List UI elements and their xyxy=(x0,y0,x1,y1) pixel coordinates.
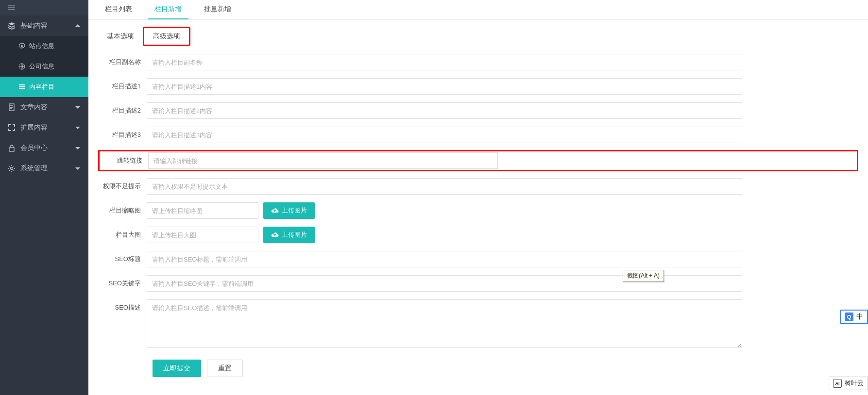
btn-upload-thumb[interactable]: 上传图片 xyxy=(263,202,315,219)
sidebar-item-company-info[interactable]: 公司信息 xyxy=(0,56,88,77)
input-noauth[interactable] xyxy=(147,178,742,195)
screenshot-tooltip: 截图(Alt + A) xyxy=(623,270,664,282)
document-icon xyxy=(8,103,16,111)
sidebar-label: 扩展内容 xyxy=(20,123,75,132)
label-bigimg: 栏目大图 xyxy=(98,230,147,239)
tabs-sub: 基本选项 高级选项 xyxy=(88,20,868,51)
globe-icon xyxy=(18,63,25,70)
ime-indicator[interactable]: Q 中 xyxy=(840,310,868,324)
row-desc1: 栏目描述1 xyxy=(98,78,858,95)
tab-category-add[interactable]: 栏目新增 xyxy=(148,0,188,19)
sidebar-label: 文章内容 xyxy=(20,103,75,112)
chevron-down-icon xyxy=(75,165,81,171)
sidebar-item-site-info[interactable]: 站点信息 xyxy=(0,36,88,56)
row-seo-title: SEO标题 xyxy=(98,251,858,267)
ime-icon: Q xyxy=(845,313,853,321)
input-bigimg[interactable] xyxy=(147,227,258,243)
sidebar-item-system-manage[interactable]: 系统管理 xyxy=(0,158,88,179)
svg-point-3 xyxy=(21,45,23,47)
sidebar-sub-basic: 站点信息 公司信息 内容栏目 xyxy=(0,36,88,97)
btn-reset[interactable]: 重置 xyxy=(207,360,243,377)
sidebar-label: 基础内容 xyxy=(20,21,75,30)
lock-icon xyxy=(8,144,16,152)
btn-upload-label: 上传图片 xyxy=(282,206,307,215)
sidebar-item-extend-content[interactable]: 扩展内容 xyxy=(0,117,88,138)
textarea-seo-desc[interactable] xyxy=(147,299,742,348)
label-thumb: 栏目缩略图 xyxy=(98,206,147,215)
btn-upload-label: 上传图片 xyxy=(282,230,307,239)
layers-icon xyxy=(8,22,16,30)
list-icon xyxy=(18,83,25,90)
svg-rect-2 xyxy=(8,9,15,10)
label-seo-title: SEO标题 xyxy=(98,255,147,263)
svg-rect-6 xyxy=(19,86,25,87)
svg-rect-7 xyxy=(19,88,25,89)
sidebar-sub-label: 内容栏目 xyxy=(29,82,54,91)
sidebar-item-basic-content[interactable]: 基础内容 xyxy=(0,16,88,36)
sidebar-label: 系统管理 xyxy=(20,164,75,173)
sidebar-item-top[interactable] xyxy=(0,0,88,16)
input-desc1[interactable] xyxy=(147,78,742,95)
tab-basic-options[interactable]: 基本选项 xyxy=(98,28,143,45)
row-noauth: 权限不足提示 xyxy=(98,178,858,195)
input-desc3[interactable] xyxy=(147,127,742,143)
label-desc3: 栏目描述3 xyxy=(98,131,147,139)
btn-submit[interactable]: 立即提交 xyxy=(153,360,201,377)
brand-widget[interactable]: AI 树叶云 xyxy=(829,377,868,390)
chevron-down-icon xyxy=(75,104,81,110)
svg-point-10 xyxy=(11,167,13,170)
input-thumb[interactable] xyxy=(147,202,258,219)
tabs-top: 栏目列表 栏目新增 批量新增 xyxy=(88,0,868,20)
row-desc2: 栏目描述2 xyxy=(98,102,858,119)
input-subtitle[interactable] xyxy=(147,54,742,70)
label-seo-desc: SEO描述 xyxy=(98,299,147,312)
sidebar-item-member-center[interactable]: 会员中心 xyxy=(0,138,88,158)
label-subtitle: 栏目副名称 xyxy=(98,58,147,66)
row-desc3: 栏目描述3 xyxy=(98,127,858,143)
main-content: 栏目列表 栏目新增 批量新增 基本选项 高级选项 栏目副名称 栏目描述1 栏目描… xyxy=(88,0,868,395)
sidebar-item-article-content[interactable]: 文章内容 xyxy=(0,97,88,117)
input-desc2[interactable] xyxy=(147,102,742,119)
label-desc1: 栏目描述1 xyxy=(98,82,147,91)
label-jump: 跳转链接 xyxy=(100,156,148,165)
brand-label: 树叶云 xyxy=(845,379,864,388)
ime-label: 中 xyxy=(856,313,863,321)
row-thumb: 栏目缩略图 上传图片 xyxy=(98,202,858,219)
row-seo-keyword: SEO关键字 xyxy=(98,275,858,292)
svg-rect-0 xyxy=(8,5,15,6)
form-actions: 立即提交 重置 xyxy=(153,360,858,377)
row-jump-link: 跳转链接 xyxy=(98,150,858,171)
menu-icon xyxy=(8,4,16,12)
svg-rect-1 xyxy=(8,7,15,8)
ai-icon: AI xyxy=(833,379,842,388)
sidebar-sub-label: 站点信息 xyxy=(29,42,54,50)
svg-rect-9 xyxy=(9,148,14,151)
expand-icon xyxy=(8,124,16,132)
cloud-upload-icon xyxy=(271,231,279,238)
input-seo-title[interactable] xyxy=(147,251,742,267)
btn-upload-bigimg[interactable]: 上传图片 xyxy=(263,227,315,243)
form: 栏目副名称 栏目描述1 栏目描述2 栏目描述3 跳转链接 权限不足提示 xyxy=(88,51,868,387)
chevron-up-icon xyxy=(75,23,81,29)
row-seo-desc: SEO描述 xyxy=(98,299,858,348)
sidebar-label: 会员中心 xyxy=(20,144,75,152)
gear-icon xyxy=(8,165,16,172)
sidebar-sub-label: 公司信息 xyxy=(29,62,54,71)
tab-category-list[interactable]: 栏目列表 xyxy=(98,0,139,19)
sidebar-item-content-category[interactable]: 内容栏目 xyxy=(0,77,88,97)
chevron-down-icon xyxy=(75,145,81,151)
chevron-down-icon xyxy=(75,125,81,131)
label-noauth: 权限不足提示 xyxy=(98,182,147,191)
sidebar: 基础内容 站点信息 公司信息 内容栏目 xyxy=(0,0,88,395)
row-bigimg: 栏目大图 上传图片 xyxy=(98,227,858,243)
label-desc2: 栏目描述2 xyxy=(98,106,147,115)
svg-rect-5 xyxy=(19,84,25,85)
tab-advanced-options[interactable]: 高级选项 xyxy=(143,27,190,46)
gear-icon xyxy=(18,43,25,49)
row-subtitle: 栏目副名称 xyxy=(98,54,858,70)
input-jump-link[interactable] xyxy=(148,152,498,169)
cloud-upload-icon xyxy=(271,207,279,214)
label-seo-keyword: SEO关键字 xyxy=(98,279,147,288)
tab-batch-add[interactable]: 批量新增 xyxy=(197,0,238,19)
